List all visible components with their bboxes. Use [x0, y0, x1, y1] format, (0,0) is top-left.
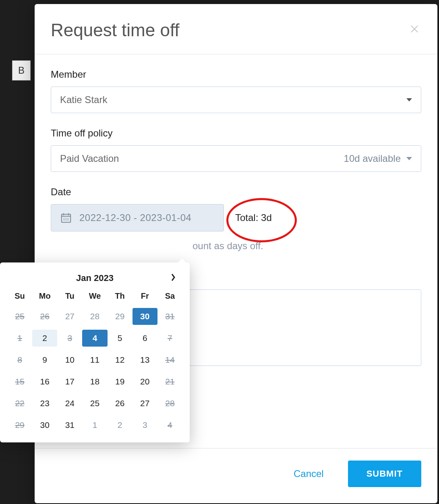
- calendar-day[interactable]: 26: [32, 308, 57, 325]
- calendar-day: 27: [57, 308, 82, 325]
- calendar-day[interactable]: 30: [133, 308, 157, 325]
- annotation-ellipse: [226, 198, 297, 242]
- member-select[interactable]: Katie Stark: [51, 87, 421, 113]
- svg-rect-4: [63, 218, 69, 221]
- calendar-grid: SuMoTuWeThFrSa25262728293031123456789101…: [7, 289, 182, 434]
- calendar-day[interactable]: 7: [157, 330, 182, 347]
- chevron-down-icon: [406, 98, 412, 101]
- calendar-day[interactable]: 9: [32, 351, 57, 368]
- calendar-dow: We: [82, 289, 107, 303]
- calendar-day[interactable]: 12: [108, 351, 133, 368]
- calendar-dow: Su: [7, 289, 32, 303]
- calendar-day[interactable]: 2: [32, 330, 57, 347]
- calendar-day[interactable]: 24: [57, 395, 82, 412]
- date-label: Date: [51, 186, 421, 198]
- calendar-day[interactable]: 6: [133, 330, 157, 347]
- calendar-day[interactable]: 28: [157, 395, 182, 412]
- calendar-day[interactable]: 19: [108, 373, 133, 390]
- calendar-day[interactable]: 23: [32, 395, 57, 412]
- calendar-dow: Th: [108, 289, 133, 303]
- calendar-day[interactable]: 14: [157, 351, 182, 368]
- calendar-day[interactable]: 4: [157, 417, 182, 434]
- calendar-day[interactable]: 10: [57, 351, 82, 368]
- calendar-day[interactable]: 30: [32, 417, 57, 434]
- calendar-day[interactable]: 18: [82, 373, 107, 390]
- calendar-day[interactable]: 25: [7, 308, 32, 325]
- calendar-dow: Sa: [157, 289, 182, 303]
- calendar-icon: [60, 212, 72, 224]
- close-icon[interactable]: [408, 22, 421, 39]
- next-month-button[interactable]: [168, 273, 178, 283]
- calendar-day[interactable]: 16: [32, 373, 57, 390]
- calendar-day[interactable]: 17: [57, 373, 82, 390]
- calendar-day[interactable]: 13: [133, 351, 157, 368]
- calendar-day[interactable]: 1: [7, 330, 32, 347]
- policy-label: Time off policy: [51, 128, 421, 139]
- total-days: Total: 3d: [235, 208, 272, 227]
- calendar-dow: Tu: [57, 289, 82, 303]
- cancel-button[interactable]: Cancel: [286, 463, 332, 484]
- member-label: Member: [51, 69, 421, 80]
- calendar-month-label: Jan 2023: [22, 273, 168, 283]
- calendar-day[interactable]: 21: [157, 373, 182, 390]
- policy-select[interactable]: Paid Vacation 10d available: [51, 145, 421, 172]
- calendar-day: 3: [133, 417, 157, 434]
- calendar-day[interactable]: 15: [7, 373, 32, 390]
- hint-text: ount as days off.: [51, 240, 421, 252]
- calendar-dow: Mo: [32, 289, 57, 303]
- policy-available: 10d available: [344, 153, 401, 164]
- calendar-day: 28: [82, 308, 107, 325]
- submit-button[interactable]: SUBMIT: [348, 461, 421, 487]
- calendar-day[interactable]: 22: [7, 395, 32, 412]
- calendar-day[interactable]: 27: [133, 395, 157, 412]
- modal-title: Request time off: [51, 20, 180, 40]
- calendar-day[interactable]: 29: [7, 417, 32, 434]
- calendar-day[interactable]: 25: [82, 395, 107, 412]
- calendar-day: 29: [108, 308, 133, 325]
- calendar-day[interactable]: 20: [133, 373, 157, 390]
- policy-value: Paid Vacation: [60, 153, 119, 164]
- calendar-day[interactable]: 4: [82, 330, 107, 347]
- calendar-day: 2: [108, 417, 133, 434]
- member-value: Katie Stark: [60, 94, 107, 105]
- date-picker-popover: Jan 2023 SuMoTuWeThFrSa25262728293031123…: [0, 262, 190, 442]
- chevron-down-icon: [406, 157, 412, 160]
- calendar-day[interactable]: 11: [82, 351, 107, 368]
- modal-footer: Cancel SUBMIT: [35, 448, 437, 503]
- date-range-text: 2022-12-30 - 2023-01-04: [79, 212, 191, 223]
- calendar-day[interactable]: 31: [157, 308, 182, 325]
- calendar-day[interactable]: 5: [108, 330, 133, 347]
- calendar-day: 1: [82, 417, 107, 434]
- calendar-day[interactable]: 26: [108, 395, 133, 412]
- calendar-dow: Fr: [133, 289, 157, 303]
- date-range-input[interactable]: 2022-12-30 - 2023-01-04: [51, 204, 224, 231]
- calendar-day[interactable]: 31: [57, 417, 82, 434]
- calendar-day[interactable]: 8: [7, 351, 32, 368]
- modal-header: Request time off: [35, 4, 437, 54]
- calendar-day[interactable]: 3: [57, 330, 82, 347]
- bg-cell: B: [12, 60, 31, 81]
